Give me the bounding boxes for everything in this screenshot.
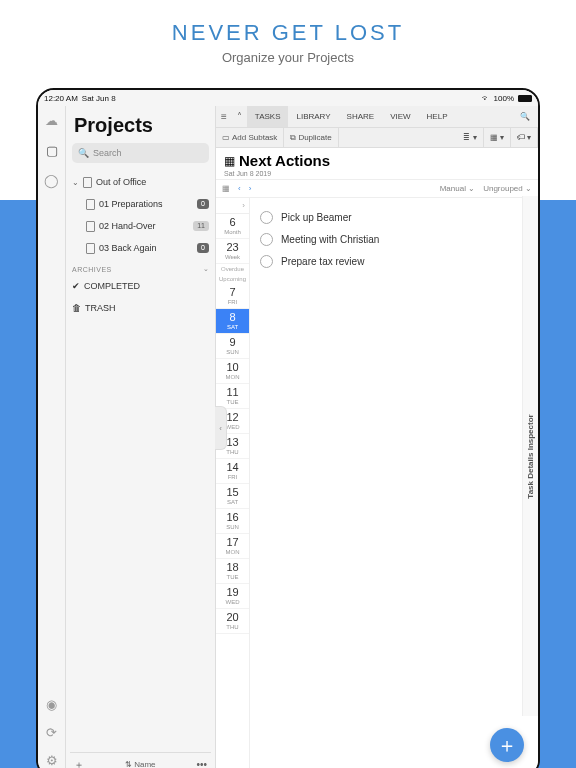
nav-row: ▦ ‹ › Manual ⌄ Ungrouped ⌄	[216, 180, 538, 198]
trash-icon: 🗑	[72, 303, 81, 313]
task-label: Meeting with Christian	[281, 234, 379, 245]
task-row[interactable]: Prepare tax review	[260, 250, 528, 272]
task-checkbox[interactable]	[260, 255, 273, 268]
view-list-button[interactable]: ≣ ▾	[457, 128, 483, 147]
task-row[interactable]: Meeting with Christian	[260, 228, 528, 250]
app-root: ☁ ▢ ◯ ◉ ⟳ ⚙ Projects 🔍 Search ⌄ Out of O…	[38, 106, 538, 768]
search-icon: 🔍	[78, 148, 89, 158]
status-bar: 12:20 AM Sat Jun 8 ᯤ 100%	[38, 90, 538, 106]
wifi-icon: ᯤ	[482, 94, 490, 103]
chevron-down-icon: ⌄	[203, 265, 210, 273]
overdue-label[interactable]: Overdue	[216, 264, 249, 274]
inbox-icon[interactable]: ☁	[44, 112, 60, 128]
task-label: Pick up Beamer	[281, 212, 352, 223]
task-checkbox[interactable]	[260, 233, 273, 246]
day-cell[interactable]: 17MON	[216, 534, 249, 559]
tree-item[interactable]: 03 Back Again 0	[84, 237, 211, 259]
promo-title: NEVER GET LOST	[0, 20, 576, 46]
next-button[interactable]: ›	[249, 184, 252, 193]
tree-item[interactable]: 01 Preparations 0	[84, 193, 211, 215]
settings-icon[interactable]: ⚙	[44, 752, 60, 768]
page-date: Sat Jun 8 2019	[224, 170, 530, 177]
sidebar-title: Projects	[70, 112, 211, 143]
projects-icon[interactable]: ▢	[44, 142, 60, 158]
status-date: Sat Jun 8	[82, 94, 116, 103]
date-column: › 6Month 23Week Overdue Upcoming 7FRI8SA…	[216, 198, 250, 768]
add-project-button[interactable]: ＋	[74, 758, 84, 769]
collapse-datecol-button[interactable]: ›	[216, 198, 249, 214]
view-grid-button[interactable]: ▦ ▾	[484, 128, 511, 147]
upcoming-label[interactable]: Upcoming	[216, 274, 249, 284]
search-input[interactable]: 🔍 Search	[72, 143, 209, 163]
day-cell[interactable]: 10MON	[216, 359, 249, 384]
tree-root[interactable]: ⌄ Out of Office	[70, 171, 211, 193]
page-icon	[86, 243, 95, 254]
up-icon[interactable]: ˄	[232, 111, 247, 122]
menu-icon[interactable]: ≡	[216, 111, 232, 122]
completed-item[interactable]: ✔ COMPLETED	[70, 275, 211, 297]
content: › 6Month 23Week Overdue Upcoming 7FRI8SA…	[216, 198, 538, 768]
battery-icon	[518, 95, 532, 102]
more-button[interactable]: •••	[196, 759, 207, 768]
sync-icon[interactable]: ⟳	[44, 724, 60, 740]
prev-button[interactable]: ‹	[238, 184, 241, 193]
tree-item[interactable]: 02 Hand-Over 11	[84, 215, 211, 237]
count-badge: 11	[193, 221, 209, 231]
tab-share[interactable]: SHARE	[339, 106, 383, 127]
bg-right	[536, 200, 576, 768]
promo-subtitle: Organize your Projects	[0, 50, 576, 65]
day-cell[interactable]: 16SUN	[216, 509, 249, 534]
day-cell[interactable]: 14FRI	[216, 459, 249, 484]
sort-label[interactable]: ⇅ Name	[125, 760, 156, 768]
count-badge: 0	[197, 199, 209, 209]
duplicate-button[interactable]: ⧉ Duplicate	[284, 128, 338, 147]
device-frame: 12:20 AM Sat Jun 8 ᯤ 100% ☁ ▢ ◯ ◉ ⟳ ⚙ Pr…	[36, 88, 540, 768]
count-badge: 0	[197, 243, 209, 253]
day-cell[interactable]: 8SAT	[216, 309, 249, 334]
tab-view[interactable]: VIEW	[382, 106, 418, 127]
main-area: ‹ ≡ ˄ TASKS LIBRARY SHARE VIEW HELP 🔍 ▭ …	[216, 106, 538, 768]
task-row[interactable]: Pick up Beamer	[260, 206, 528, 228]
task-list: Pick up BeamerMeeting with ChristianPrep…	[250, 198, 538, 768]
inspector-tab[interactable]: Task Details Inspector	[522, 196, 538, 716]
task-checkbox[interactable]	[260, 211, 273, 224]
task-label: Prepare tax review	[281, 256, 364, 267]
grid-icon[interactable]: ▦	[222, 184, 230, 193]
day-cell[interactable]: 7FRI	[216, 284, 249, 309]
chevron-down-icon: ⌄	[72, 178, 79, 187]
sidebar-footer: ＋ ⇅ Name •••	[70, 752, 211, 768]
day-cell[interactable]: 9SUN	[216, 334, 249, 359]
add-task-fab[interactable]: ＋	[490, 728, 524, 762]
page-icon	[83, 177, 92, 188]
tag-filter-button[interactable]: 🏷 ▾	[511, 128, 538, 147]
status-time: 12:20 AM	[44, 94, 78, 103]
tab-help[interactable]: HELP	[419, 106, 456, 127]
collapse-sidebar-button[interactable]: ‹	[215, 406, 227, 450]
month-cell[interactable]: 6Month	[216, 214, 249, 239]
day-cell[interactable]: 20THU	[216, 609, 249, 634]
tree-root-label: Out of Office	[96, 177, 146, 187]
archives-label[interactable]: ARCHIVES ⌄	[70, 259, 211, 275]
review-icon[interactable]: ◯	[44, 172, 60, 188]
trash-item[interactable]: 🗑 TRASH	[70, 297, 211, 319]
tab-library[interactable]: LIBRARY	[288, 106, 338, 127]
add-subtask-button[interactable]: ▭ Add Subtask	[216, 128, 284, 147]
week-cell[interactable]: 23Week	[216, 239, 249, 264]
page-icon	[86, 199, 95, 210]
user-icon[interactable]: ◉	[44, 696, 60, 712]
inspector-label: Task Details Inspector	[526, 414, 535, 498]
sidebar: Projects 🔍 Search ⌄ Out of Office 01 Pre…	[66, 106, 216, 768]
search-icon[interactable]: 🔍	[512, 112, 538, 121]
project-tree: ⌄ Out of Office 01 Preparations 0 02 Han…	[70, 171, 211, 319]
sort-dropdown[interactable]: Manual ⌄	[440, 184, 475, 193]
tab-tasks[interactable]: TASKS	[247, 106, 289, 127]
day-cell[interactable]: 15SAT	[216, 484, 249, 509]
header: ▦ Next Actions Sat Jun 8 2019	[216, 148, 538, 180]
page-title: Next Actions	[239, 152, 330, 169]
menubar: ≡ ˄ TASKS LIBRARY SHARE VIEW HELP 🔍	[216, 106, 538, 128]
day-cell[interactable]: 18TUE	[216, 559, 249, 584]
toolbar: ▭ Add Subtask ⧉ Duplicate ≣ ▾ ▦ ▾ 🏷 ▾	[216, 128, 538, 148]
battery-pct: 100%	[494, 94, 514, 103]
day-cell[interactable]: 19WED	[216, 584, 249, 609]
group-dropdown[interactable]: Ungrouped ⌄	[483, 184, 532, 193]
